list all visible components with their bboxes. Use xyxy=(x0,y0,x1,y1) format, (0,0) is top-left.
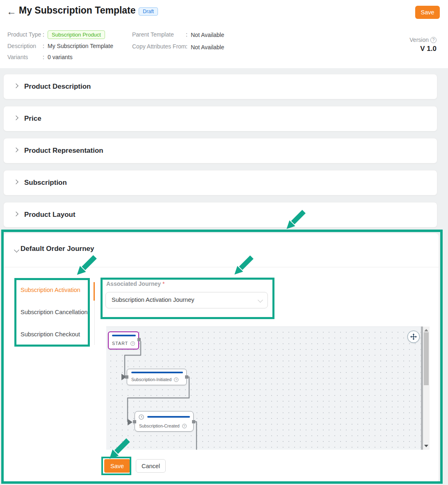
node-subscription-created[interactable]: Subscription-Created? xyxy=(135,411,194,432)
node-accent-bar xyxy=(112,335,136,336)
node-subscription-initiated[interactable]: Subscription-Initiated? xyxy=(127,369,187,385)
cancel-button[interactable]: Cancel xyxy=(136,459,166,473)
colon: : xyxy=(43,31,44,38)
port-in[interactable] xyxy=(133,420,136,423)
chevron-right-icon xyxy=(14,83,18,88)
description-value: My Subscription Template xyxy=(48,43,113,49)
status-badge: Draft xyxy=(139,7,158,16)
page-title: My Subscription Template xyxy=(19,5,136,16)
section-subscription[interactable]: Subscription xyxy=(3,170,437,195)
scroll-up-icon[interactable] xyxy=(424,329,428,331)
section-product-description[interactable]: Product Description xyxy=(3,74,437,99)
chevron-right-icon xyxy=(14,147,18,152)
chevron-down-icon xyxy=(14,247,19,253)
version-value: V 1.0 xyxy=(409,45,437,53)
save-button-header[interactable]: Save xyxy=(415,6,440,19)
subscription-template-page: ← My Subscription Template Draft Save Pr… xyxy=(0,0,448,485)
help-icon[interactable]: ? xyxy=(430,37,437,43)
node-help-icon[interactable]: ? xyxy=(174,377,178,382)
node-start[interactable]: START? xyxy=(108,331,139,349)
section-title: Product Description xyxy=(24,83,91,91)
section-title: Product Layout xyxy=(24,211,75,219)
port-in[interactable] xyxy=(125,375,128,379)
journey-flow-canvas[interactable]: START? Subscription-Initiated? xyxy=(106,326,421,450)
section-price[interactable]: Price xyxy=(3,106,437,131)
description-label: Description xyxy=(7,43,36,49)
section-title: Price xyxy=(24,115,41,123)
version-label: Version xyxy=(409,37,429,43)
port-out[interactable] xyxy=(192,420,195,423)
tab-ink-bar xyxy=(94,282,95,301)
divider xyxy=(4,267,439,267)
node-label: START? xyxy=(112,341,135,346)
section-product-representation[interactable]: Product Representation xyxy=(3,138,437,163)
scroll-down-icon[interactable] xyxy=(424,445,428,447)
colon: : xyxy=(186,31,187,38)
required-mark: * xyxy=(162,280,165,287)
clock-icon xyxy=(139,414,144,420)
copy-attributes-value: Not Available xyxy=(191,44,224,51)
select-value: Subscription Activation Journey xyxy=(112,297,194,303)
save-button-journey[interactable]: Save xyxy=(104,459,130,473)
colon: : xyxy=(186,43,187,50)
port-out[interactable] xyxy=(137,338,141,341)
section-title: Subscription xyxy=(24,179,67,187)
associated-journey-label: Associated Journey* xyxy=(106,280,165,287)
section-title: Product Representation xyxy=(24,147,103,155)
tab-subscription-cancellation[interactable]: Subscription Cancellation xyxy=(21,309,90,315)
section-title: Default Order Journey xyxy=(21,245,94,253)
colon: : xyxy=(43,43,44,49)
colon: : xyxy=(43,54,44,60)
node-help-icon[interactable]: ? xyxy=(182,424,187,428)
back-arrow-icon[interactable]: ← xyxy=(7,5,16,18)
product-type-label: Product Type xyxy=(7,31,41,38)
chevron-right-icon xyxy=(14,211,18,216)
chevron-right-icon xyxy=(14,179,18,184)
tab-subscription-activation[interactable]: Subscription Activation xyxy=(21,287,90,293)
node-accent-bar xyxy=(131,372,183,373)
default-order-journey-header[interactable]: Default Order Journey xyxy=(4,233,439,267)
canvas-vertical-scrollbar[interactable] xyxy=(423,326,430,450)
node-accent-bar xyxy=(147,416,190,418)
chevron-down-icon xyxy=(258,297,263,303)
tab-subscription-checkout[interactable]: Subscription Checkout xyxy=(21,331,90,338)
node-help-icon[interactable]: ? xyxy=(130,341,135,346)
product-type-badge: Subscription Product xyxy=(48,30,105,39)
chevron-right-icon xyxy=(14,115,18,120)
pan-control-button[interactable] xyxy=(407,331,420,343)
move-icon xyxy=(410,333,417,340)
page-header: ← My Subscription Template Draft Save Pr… xyxy=(0,0,448,68)
variants-value: 0 variants xyxy=(48,54,73,60)
port-out[interactable] xyxy=(185,375,188,379)
node-label: Subscription-Created? xyxy=(139,423,187,428)
section-product-layout[interactable]: Product Layout xyxy=(3,202,437,228)
associated-journey-select[interactable]: Subscription Activation Journey xyxy=(105,292,268,308)
version-block: Version? V 1.0 xyxy=(409,36,437,53)
node-label: Subscription-Initiated? xyxy=(131,377,178,382)
copy-attributes-label: Copy Attributes From xyxy=(132,43,186,50)
section-default-order-journey: Default Order Journey Subscription Activ… xyxy=(4,233,439,482)
variants-label: Variants xyxy=(7,54,28,60)
parent-template-label: Parent Template xyxy=(132,31,174,38)
parent-template-value: Not Available xyxy=(191,32,224,38)
scrollbar-thumb[interactable] xyxy=(424,332,429,385)
